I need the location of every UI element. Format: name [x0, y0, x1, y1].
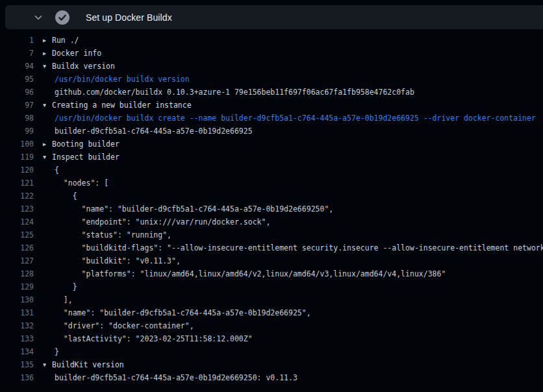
- chevron-down-icon[interactable]: [33, 12, 44, 23]
- group-title: Run ./: [52, 34, 79, 47]
- log-row[interactable]: 1▶Run ./: [0, 34, 543, 47]
- output-line: "lastActivity": "2023-02-25T11:58:12.000…: [34, 332, 253, 345]
- log-row: 131 "name": "builder-d9cfb5a1-c764-445a-…: [0, 306, 543, 319]
- triangle-down-icon: ▼: [43, 60, 52, 73]
- line-number[interactable]: 131: [0, 306, 34, 319]
- log-row[interactable]: 100▶Booting builder: [0, 138, 543, 151]
- line-number[interactable]: 129: [0, 280, 34, 293]
- success-check-icon: [55, 10, 69, 25]
- log-row: 99builder-d9cfb5a1-c764-445a-a57e-0b19d2…: [0, 125, 543, 138]
- line-number[interactable]: 125: [0, 228, 34, 241]
- log-row[interactable]: 94▼Buildx version: [0, 60, 543, 73]
- command-line: /usr/bin/docker buildx create --name bui…: [34, 112, 536, 125]
- line-number[interactable]: 136: [0, 371, 34, 384]
- log-row: 98/usr/bin/docker buildx create --name b…: [0, 112, 543, 125]
- log-group-header[interactable]: ▼Inspect builder: [34, 151, 120, 164]
- line-number[interactable]: 95: [0, 73, 34, 86]
- line-number[interactable]: 1: [0, 34, 34, 47]
- output-line: builder-d9cfb5a1-c764-445a-a57e-0b19d2e6…: [34, 371, 297, 384]
- log-row: 126 "buildkitd-flags": "--allow-insecure…: [0, 241, 543, 254]
- output-line: "name": "builder-d9cfb5a1-c764-445a-a57e…: [34, 202, 333, 215]
- line-number[interactable]: 99: [0, 125, 34, 138]
- actions-log-viewer: Set up Docker Buildx 1▶Run ./7▶Docker in…: [0, 0, 543, 392]
- log-row: 95/usr/bin/docker buildx version: [0, 73, 543, 86]
- output-line: "name": "builder-d9cfb5a1-c764-445a-a57e…: [34, 306, 311, 319]
- line-number[interactable]: 122: [0, 190, 34, 202]
- log-row: 120{: [0, 164, 543, 177]
- output-line: "endpoint": "unix:///var/run/docker.sock…: [34, 215, 270, 228]
- output-line: {: [34, 190, 77, 202]
- log-row: 121 "nodes": [: [0, 177, 543, 190]
- log-row[interactable]: 135▼BuildKit version: [0, 358, 543, 371]
- output-line: "status": "running",: [34, 228, 171, 241]
- output-line: "buildkitd-flags": "--allow-insecure-ent…: [34, 241, 543, 254]
- log-group-header[interactable]: ▼Buildx version: [34, 60, 115, 73]
- triangle-down-icon: ▼: [43, 151, 52, 164]
- triangle-down-icon: ▼: [43, 358, 52, 371]
- line-number[interactable]: 7: [0, 47, 34, 60]
- output-line: {: [34, 164, 59, 177]
- output-line: github.com/docker/buildx 0.10.3+azure-1 …: [34, 86, 414, 99]
- log-row[interactable]: 97▼Creating a new builder instance: [0, 99, 543, 112]
- group-title: Docker info: [52, 47, 101, 60]
- log-row: 127 "buildkit": "v0.11.3",: [0, 254, 543, 267]
- output-line: builder-d9cfb5a1-c764-445a-a57e-0b19d2e6…: [34, 125, 253, 138]
- line-number[interactable]: 121: [0, 177, 34, 190]
- log-row: 123 "name": "builder-d9cfb5a1-c764-445a-…: [0, 202, 543, 215]
- triangle-right-icon: ▶: [43, 34, 52, 47]
- log-row: 133 "lastActivity": "2023-02-25T11:58:12…: [0, 332, 543, 345]
- line-number[interactable]: 124: [0, 215, 34, 228]
- line-number[interactable]: 130: [0, 293, 34, 306]
- log-group-header[interactable]: ▶Docker info: [34, 47, 101, 60]
- output-line: "buildkit": "v0.11.3",: [34, 254, 181, 267]
- line-number[interactable]: 100: [0, 138, 34, 151]
- line-number[interactable]: 94: [0, 60, 34, 73]
- line-number[interactable]: 135: [0, 358, 34, 371]
- log-group-header[interactable]: ▶Booting builder: [34, 138, 120, 151]
- line-number[interactable]: 132: [0, 319, 34, 332]
- line-number[interactable]: 96: [0, 86, 34, 99]
- output-line: ],: [34, 293, 73, 306]
- step-title: Set up Docker Buildx: [86, 12, 172, 23]
- log-group-header[interactable]: ▶Run ./: [34, 34, 79, 47]
- log-area: 1▶Run ./7▶Docker info94▼Buildx version95…: [0, 29, 543, 392]
- line-number[interactable]: 98: [0, 112, 34, 125]
- group-title: Booting builder: [52, 138, 120, 151]
- triangle-right-icon: ▶: [43, 138, 52, 151]
- log-row: 134}: [0, 345, 543, 358]
- triangle-down-icon: ▼: [43, 99, 52, 112]
- line-number[interactable]: 97: [0, 99, 34, 112]
- line-number[interactable]: 119: [0, 151, 34, 164]
- log-row: 122 {: [0, 190, 543, 202]
- group-title: Creating a new builder instance: [52, 99, 192, 112]
- log-row: 128 "platforms": "linux/amd64,linux/amd6…: [0, 267, 543, 280]
- log-row[interactable]: 119▼Inspect builder: [0, 151, 543, 164]
- log-row: 132 "driver": "docker-container",: [0, 319, 543, 332]
- output-line: }: [34, 280, 77, 293]
- log-row: 130 ],: [0, 293, 543, 306]
- line-number[interactable]: 120: [0, 164, 34, 177]
- group-title: Inspect builder: [52, 151, 120, 164]
- log-row[interactable]: 7▶Docker info: [0, 47, 543, 60]
- log-group-header[interactable]: ▼Creating a new builder instance: [34, 99, 192, 112]
- line-number[interactable]: 134: [0, 345, 34, 358]
- log-row: 136builder-d9cfb5a1-c764-445a-a57e-0b19d…: [0, 371, 543, 384]
- group-title: Buildx version: [52, 60, 115, 73]
- log-group-header[interactable]: ▼BuildKit version: [34, 358, 124, 371]
- output-line: }: [34, 345, 59, 358]
- log-row: 129 }: [0, 280, 543, 293]
- output-line: "nodes": [: [34, 177, 108, 190]
- log-row: 96github.com/docker/buildx 0.10.3+azure-…: [0, 86, 543, 99]
- line-number[interactable]: 128: [0, 267, 34, 280]
- line-number[interactable]: 126: [0, 241, 34, 254]
- triangle-right-icon: ▶: [43, 47, 52, 60]
- line-number[interactable]: 133: [0, 332, 34, 345]
- line-number[interactable]: 127: [0, 254, 34, 267]
- command-line: /usr/bin/docker buildx version: [34, 73, 190, 86]
- log-row: 124 "endpoint": "unix:///var/run/docker.…: [0, 215, 543, 228]
- step-header[interactable]: Set up Docker Buildx: [5, 5, 543, 29]
- line-number[interactable]: 123: [0, 202, 34, 215]
- log-row: 125 "status": "running",: [0, 228, 543, 241]
- group-title: BuildKit version: [52, 358, 124, 371]
- output-line: "driver": "docker-container",: [34, 319, 194, 332]
